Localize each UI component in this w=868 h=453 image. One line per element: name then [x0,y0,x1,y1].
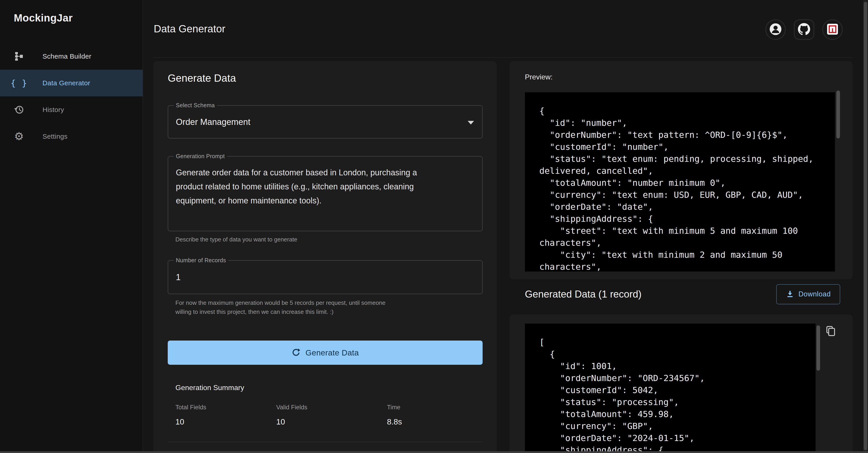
stat-valid-fields: Valid Fields 10 [276,404,387,426]
chevron-down-icon [468,121,474,124]
records-helper-text: For now the maximum generation would be … [176,298,478,316]
generated-data-title: Generated Data (1 record) [525,288,642,300]
records-label: Number of Records [174,257,228,264]
sidebar-item-label: History [42,106,64,114]
stat-value: 10 [276,417,387,426]
copy-icon [824,335,837,339]
generate-button-label: Generate Data [305,348,359,357]
download-button-label: Download [798,290,831,298]
scrollbar-thumb[interactable] [864,2,867,450]
prompt-value: Generate order data for a customer based… [176,166,474,208]
stat-label: Time [387,404,402,411]
schema-select[interactable]: Select Schema Order Management [168,105,483,139]
copy-button[interactable] [824,325,837,339]
stat-label: Total Fields [176,404,276,411]
generate-data-card: Generate Data Select Schema Order Manage… [153,61,497,453]
github-icon [798,23,810,36]
header-actions [765,20,843,40]
schema-select-value: Order Management [176,117,250,127]
stat-time: Time 8.8s [387,404,402,426]
preview-label: Preview: [525,73,553,81]
generation-summary-stats: Total Fields 10 Valid Fields 10 Time 8.8… [176,404,402,426]
github-button[interactable] [794,20,814,40]
sidebar-item-history[interactable]: History [0,96,143,123]
stat-value: 10 [176,417,276,426]
brand-title: MockingJar [14,12,143,24]
npm-icon [827,23,839,36]
page-vertical-scrollbar[interactable] [863,0,868,453]
download-icon [786,290,794,299]
preview-code-block[interactable]: { "id": "number", "orderNumber": "text p… [525,92,835,272]
generated-data-header: Generated Data (1 record) Download [525,283,840,305]
summary-divider [168,442,483,442]
page-horizontal-scrollbar[interactable] [0,451,868,453]
preview-card: Preview: { "id": "number", "orderNumber"… [509,61,852,279]
generated-code-block[interactable]: [ { "id": 1001, "orderNumber": "ORD-2345… [525,323,815,453]
npm-button[interactable] [822,20,843,40]
prompt-label: Generation Prompt [174,153,227,160]
gear-icon: ⚙ [13,131,25,142]
generated-scrollbar[interactable] [816,325,820,371]
sidebar-item-label: Settings [42,133,68,140]
schema-select-label: Select Schema [174,102,217,109]
sidebar-item-label: Data Generator [42,79,90,87]
card-heading: Generate Data [168,72,236,84]
app-root: MockingJar Schema Builder { } [0,0,868,453]
brand: MockingJar [0,0,143,43]
generate-data-button[interactable]: Generate Data [168,341,483,365]
sidebar-item-data-generator[interactable]: { } Data Generator [0,70,143,96]
sidebar: MockingJar Schema Builder { } [0,0,143,453]
preview-scrollbar[interactable] [836,90,840,139]
records-input[interactable]: Number of Records 1 [168,260,483,294]
download-button[interactable]: Download [776,284,840,304]
sidebar-item-settings[interactable]: ⚙ Settings [0,123,143,150]
stat-label: Valid Fields [276,404,387,411]
schema-icon [13,51,25,62]
prompt-helper-text: Describe the type of data you want to ge… [176,235,297,244]
account-button[interactable] [765,20,786,40]
refresh-icon [291,348,301,358]
stat-total-fields: Total Fields 10 [176,404,276,426]
history-icon [13,104,25,116]
sidebar-item-schema-builder[interactable]: Schema Builder [0,43,143,70]
account-icon [769,23,782,36]
records-value: 1 [176,273,181,282]
data-object-icon: { } [13,77,25,89]
page-title: Data Generator [154,23,225,35]
generated-data-card: [ { "id": 1001, "orderNumber": "ORD-2345… [509,314,852,453]
sidebar-item-label: Schema Builder [42,53,91,60]
prompt-textarea[interactable]: Generation Prompt Generate order data fo… [168,156,483,231]
generation-summary-heading: Generation Summary [176,384,244,392]
header-divider [153,57,852,58]
stat-value: 8.8s [387,417,402,426]
